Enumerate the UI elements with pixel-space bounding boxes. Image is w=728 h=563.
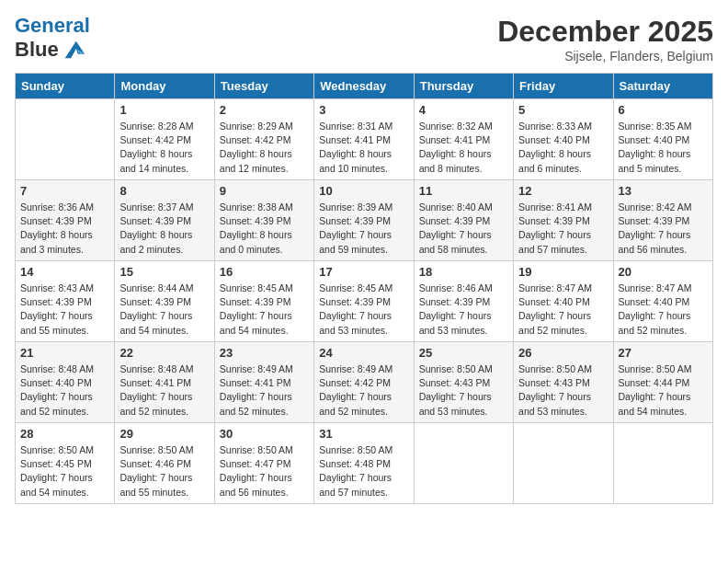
day-info: Sunrise: 8:47 AMSunset: 4:40 PMDaylight:… — [619, 282, 708, 338]
day-number: 5 — [518, 103, 608, 117]
day-number: 19 — [518, 265, 608, 279]
calendar-cell: 5Sunrise: 8:33 AMSunset: 4:40 PMDaylight… — [514, 99, 613, 180]
day-number: 14 — [20, 265, 109, 279]
day-number: 3 — [319, 103, 408, 117]
day-number: 31 — [319, 427, 408, 441]
day-info: Sunrise: 8:48 AMSunset: 4:40 PMDaylight:… — [20, 362, 109, 419]
page-header: General Blue December 2025 Sijsele, Flan… — [15, 15, 713, 63]
calendar-cell: 22Sunrise: 8:48 AMSunset: 4:41 PMDayligh… — [115, 342, 214, 423]
day-number: 29 — [119, 427, 209, 441]
day-number: 25 — [419, 346, 508, 360]
day-info: Sunrise: 8:50 AMSunset: 4:47 PMDaylight:… — [220, 443, 309, 500]
calendar-cell: 31Sunrise: 8:50 AMSunset: 4:48 PMDayligh… — [314, 423, 414, 504]
day-info: Sunrise: 8:29 AMSunset: 4:42 PMDaylight:… — [220, 120, 309, 176]
day-number: 26 — [518, 346, 608, 360]
calendar-cell: 17Sunrise: 8:45 AMSunset: 4:39 PMDayligh… — [314, 261, 414, 342]
weekday-header-cell: Saturday — [613, 74, 712, 99]
day-number: 7 — [20, 184, 109, 198]
day-info: Sunrise: 8:50 AMSunset: 4:48 PMDaylight:… — [319, 443, 408, 500]
day-info: Sunrise: 8:46 AMSunset: 4:39 PMDaylight:… — [419, 282, 508, 338]
calendar-table: SundayMondayTuesdayWednesdayThursdayFrid… — [15, 73, 713, 504]
day-info: Sunrise: 8:49 AMSunset: 4:42 PMDaylight:… — [319, 362, 408, 419]
calendar-cell: 19Sunrise: 8:47 AMSunset: 4:40 PMDayligh… — [514, 261, 613, 342]
day-number: 16 — [220, 265, 309, 279]
calendar-week-row: 14Sunrise: 8:43 AMSunset: 4:39 PMDayligh… — [16, 261, 713, 342]
day-info: Sunrise: 8:43 AMSunset: 4:39 PMDaylight:… — [20, 282, 109, 338]
calendar-cell: 3Sunrise: 8:31 AMSunset: 4:41 PMDaylight… — [314, 99, 414, 180]
calendar-cell: 11Sunrise: 8:40 AMSunset: 4:39 PMDayligh… — [414, 180, 513, 261]
calendar-week-row: 1Sunrise: 8:28 AMSunset: 4:42 PMDaylight… — [16, 99, 713, 180]
day-info: Sunrise: 8:41 AMSunset: 4:39 PMDaylight:… — [518, 201, 608, 257]
svg-marker-0 — [64, 41, 84, 59]
calendar-cell: 23Sunrise: 8:49 AMSunset: 4:41 PMDayligh… — [214, 342, 313, 423]
calendar-cell: 8Sunrise: 8:37 AMSunset: 4:39 PMDaylight… — [115, 180, 214, 261]
day-number: 24 — [319, 346, 408, 360]
calendar-cell — [414, 423, 513, 504]
calendar-week-row: 7Sunrise: 8:36 AMSunset: 4:39 PMDaylight… — [16, 180, 713, 261]
title-block: December 2025 Sijsele, Flanders, Belgium — [497, 15, 713, 63]
day-number: 15 — [119, 265, 209, 279]
calendar-cell: 2Sunrise: 8:29 AMSunset: 4:42 PMDaylight… — [214, 99, 313, 180]
calendar-cell: 15Sunrise: 8:44 AMSunset: 4:39 PMDayligh… — [115, 261, 214, 342]
day-number: 11 — [419, 184, 508, 198]
day-number: 28 — [20, 427, 109, 441]
calendar-week-row: 28Sunrise: 8:50 AMSunset: 4:45 PMDayligh… — [16, 423, 713, 504]
calendar-week-row: 21Sunrise: 8:48 AMSunset: 4:40 PMDayligh… — [16, 342, 713, 423]
calendar-cell: 10Sunrise: 8:39 AMSunset: 4:39 PMDayligh… — [314, 180, 414, 261]
calendar-cell: 27Sunrise: 8:50 AMSunset: 4:44 PMDayligh… — [613, 342, 712, 423]
weekday-header-cell: Sunday — [16, 74, 115, 99]
day-info: Sunrise: 8:40 AMSunset: 4:39 PMDaylight:… — [419, 201, 508, 257]
day-info: Sunrise: 8:50 AMSunset: 4:43 PMDaylight:… — [419, 362, 508, 419]
location: Sijsele, Flanders, Belgium — [497, 49, 713, 63]
calendar-body: 1Sunrise: 8:28 AMSunset: 4:42 PMDaylight… — [16, 99, 713, 504]
day-number: 21 — [20, 346, 109, 360]
calendar-cell: 18Sunrise: 8:46 AMSunset: 4:39 PMDayligh… — [414, 261, 513, 342]
day-info: Sunrise: 8:36 AMSunset: 4:39 PMDaylight:… — [20, 201, 109, 257]
weekday-header-row: SundayMondayTuesdayWednesdayThursdayFrid… — [16, 74, 713, 99]
calendar-cell: 12Sunrise: 8:41 AMSunset: 4:39 PMDayligh… — [514, 180, 613, 261]
calendar-cell: 1Sunrise: 8:28 AMSunset: 4:42 PMDaylight… — [115, 99, 214, 180]
day-info: Sunrise: 8:47 AMSunset: 4:40 PMDaylight:… — [518, 282, 608, 338]
calendar-cell: 20Sunrise: 8:47 AMSunset: 4:40 PMDayligh… — [613, 261, 712, 342]
day-info: Sunrise: 8:37 AMSunset: 4:39 PMDaylight:… — [119, 201, 209, 257]
day-number: 4 — [419, 103, 508, 117]
day-info: Sunrise: 8:33 AMSunset: 4:40 PMDaylight:… — [518, 120, 608, 176]
calendar-cell: 25Sunrise: 8:50 AMSunset: 4:43 PMDayligh… — [414, 342, 513, 423]
day-info: Sunrise: 8:50 AMSunset: 4:46 PMDaylight:… — [119, 443, 209, 500]
day-info: Sunrise: 8:35 AMSunset: 4:40 PMDaylight:… — [619, 120, 708, 176]
calendar-cell: 7Sunrise: 8:36 AMSunset: 4:39 PMDaylight… — [16, 180, 115, 261]
calendar-cell: 13Sunrise: 8:42 AMSunset: 4:39 PMDayligh… — [613, 180, 712, 261]
day-info: Sunrise: 8:45 AMSunset: 4:39 PMDaylight:… — [220, 282, 309, 338]
day-info: Sunrise: 8:28 AMSunset: 4:42 PMDaylight:… — [119, 120, 209, 176]
day-number: 22 — [119, 346, 209, 360]
day-info: Sunrise: 8:39 AMSunset: 4:39 PMDaylight:… — [319, 201, 408, 257]
calendar-cell: 21Sunrise: 8:48 AMSunset: 4:40 PMDayligh… — [16, 342, 115, 423]
calendar-cell: 16Sunrise: 8:45 AMSunset: 4:39 PMDayligh… — [214, 261, 313, 342]
logo-blue: Blue — [15, 39, 59, 61]
day-info: Sunrise: 8:50 AMSunset: 4:44 PMDaylight:… — [619, 362, 708, 419]
weekday-header-cell: Tuesday — [214, 74, 313, 99]
day-number: 23 — [220, 346, 309, 360]
calendar-cell: 30Sunrise: 8:50 AMSunset: 4:47 PMDayligh… — [214, 423, 313, 504]
calendar-cell: 9Sunrise: 8:38 AMSunset: 4:39 PMDaylight… — [214, 180, 313, 261]
day-info: Sunrise: 8:31 AMSunset: 4:41 PMDaylight:… — [319, 120, 408, 176]
calendar-cell: 6Sunrise: 8:35 AMSunset: 4:40 PMDaylight… — [613, 99, 712, 180]
calendar-cell — [613, 423, 712, 504]
day-number: 2 — [220, 103, 309, 117]
day-info: Sunrise: 8:48 AMSunset: 4:41 PMDaylight:… — [119, 362, 209, 419]
logo-text: General — [15, 15, 90, 37]
day-number: 6 — [619, 103, 708, 117]
calendar-cell: 28Sunrise: 8:50 AMSunset: 4:45 PMDayligh… — [16, 423, 115, 504]
day-number: 18 — [419, 265, 508, 279]
day-number: 17 — [319, 265, 408, 279]
logo: General Blue — [15, 15, 90, 63]
day-info: Sunrise: 8:50 AMSunset: 4:45 PMDaylight:… — [20, 443, 109, 500]
day-number: 12 — [518, 184, 608, 198]
day-number: 13 — [619, 184, 708, 198]
day-number: 1 — [119, 103, 209, 117]
calendar-cell: 4Sunrise: 8:32 AMSunset: 4:41 PMDaylight… — [414, 99, 513, 180]
calendar-cell: 24Sunrise: 8:49 AMSunset: 4:42 PMDayligh… — [314, 342, 414, 423]
calendar-cell: 26Sunrise: 8:50 AMSunset: 4:43 PMDayligh… — [514, 342, 613, 423]
day-info: Sunrise: 8:50 AMSunset: 4:43 PMDaylight:… — [518, 362, 608, 419]
day-number: 27 — [619, 346, 708, 360]
